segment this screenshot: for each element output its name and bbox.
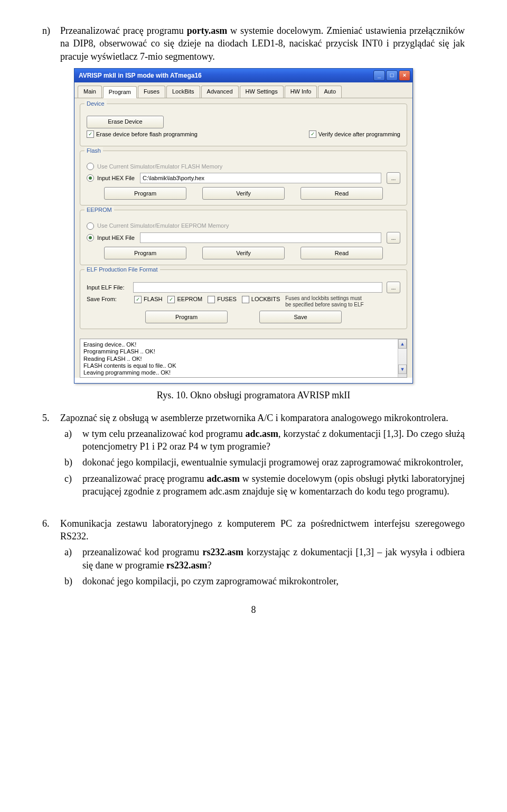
list-item-n: n) Przeanalizować pracę programu porty.a… <box>42 24 465 63</box>
group-device-title: Device <box>84 100 107 108</box>
marker-n: n) <box>42 24 60 63</box>
marker-5a: a) <box>64 427 82 453</box>
tab-hwinfo[interactable]: HW Info <box>285 86 317 98</box>
list-item-6b: b) dokonać jego kompilacji, po czym zapr… <box>64 575 465 587</box>
minimize-button[interactable]: _ <box>373 70 385 81</box>
log-line-2: Programming FLASH .. OK! <box>83 348 403 355</box>
tab-strip: Main Program Fuses LockBits Advanced HW … <box>74 82 412 98</box>
log-output: Erasing device.. OK! Programming FLASH .… <box>80 339 407 378</box>
scroll-down-icon[interactable]: ▼ <box>398 365 407 374</box>
flash-radio-sim: Use Current Simulator/Emulator FLASH Mem… <box>87 163 400 171</box>
elf-chk-flash[interactable]: ✓FLASH <box>134 295 162 303</box>
elf-program-button[interactable]: Program <box>145 311 228 323</box>
tab-auto[interactable]: Auto <box>318 86 342 98</box>
tab-main[interactable]: Main <box>78 86 102 98</box>
group-elf-title: ELF Production File Format <box>84 266 160 274</box>
log-line-3: Reading FLASH .. OK! <box>83 356 403 362</box>
elf-chk-fuses[interactable]: FUSES <box>208 295 237 303</box>
log-scrollbar[interactable]: ▲ ▼ <box>398 339 407 377</box>
group-eeprom-title: EEPROM <box>84 206 114 214</box>
elf-save-button[interactable]: Save <box>259 311 342 323</box>
tab-advanced[interactable]: Advanced <box>201 86 239 98</box>
window-titlebar: AVRISP mkII in ISP mode with ATmega16 _ … <box>74 69 412 82</box>
text-5a: w tym celu przeanalizować kod programu a… <box>82 427 465 453</box>
tab-fuses[interactable]: Fuses <box>138 86 165 98</box>
eeprom-verify-button[interactable]: Verify <box>202 247 285 259</box>
screenshot-figure: AVRISP mkII in ISP mode with ATmega16 _ … <box>74 68 465 384</box>
scroll-up-icon[interactable]: ▲ <box>398 339 407 349</box>
eeprom-read-button[interactable]: Read <box>301 247 383 259</box>
eeprom-radio-hex[interactable]: Input HEX File <box>87 234 135 242</box>
chk-verify-after-label: Verify device after programming <box>318 130 400 138</box>
elf-chk-lockbits[interactable]: LOCKBITS <box>242 295 280 303</box>
elf-input-path[interactable] <box>133 282 382 293</box>
text-6b: dokonać jego kompilacji, po czym zaprogr… <box>82 575 465 587</box>
list-item-5c: c) przeanalizować pracę programu adc.asm… <box>64 472 465 498</box>
chk-erase-before[interactable]: ✓Erase device before flash programming <box>87 130 198 138</box>
list-item-6a: a) przeanalizować kod programu rs232.asm… <box>64 546 465 572</box>
list-item-5a: a) w tym celu przeanalizować kod program… <box>64 427 465 453</box>
elf-input-label: Input ELF File: <box>87 284 129 292</box>
figure-caption: Rys. 10. Okno obsługi programatora AVRIS… <box>42 389 465 402</box>
eeprom-hex-path[interactable] <box>140 232 381 243</box>
flash-browse-button[interactable]: ... <box>387 172 400 184</box>
group-flash: Flash Use Current Simulator/Emulator FLA… <box>80 151 407 206</box>
marker-6: 6. <box>42 517 60 543</box>
elf-savefrom-label: Save From: <box>87 295 129 303</box>
eeprom-radio-sim: Use Current Simulator/Emulator EEPROM Me… <box>87 222 400 230</box>
group-flash-title: Flash <box>84 147 103 155</box>
text-5b: dokonać jego kompilacji, ewentualnie sym… <box>82 456 465 469</box>
text-5c: przeanalizować pracę programu adc.asm w … <box>82 472 465 498</box>
tab-lockbits[interactable]: LockBits <box>166 86 200 98</box>
flash-program-button[interactable]: Program <box>104 187 186 200</box>
elf-chk-eeprom[interactable]: ✓EEPROM <box>167 295 202 303</box>
flash-verify-button[interactable]: Verify <box>202 187 285 200</box>
tab-program[interactable]: Program <box>103 86 137 98</box>
page-number: 8 <box>42 603 465 616</box>
eeprom-browse-button[interactable]: ... <box>387 232 400 244</box>
eeprom-program-button[interactable]: Program <box>104 247 186 259</box>
window-title: AVRISP mkII in ISP mode with ATmega16 <box>79 71 373 80</box>
elf-hint: Fuses and lockbits settings must be spec… <box>285 295 364 307</box>
log-line-4: FLASH contents is equal to file.. OK <box>83 362 403 369</box>
list-item-5: 5. Zapoznać się z obsługą w asemblerze p… <box>42 412 465 424</box>
group-device: Device Erase Device ✓Erase device before… <box>80 104 407 146</box>
elf-browse-button[interactable]: ... <box>387 282 400 293</box>
marker-5: 5. <box>42 412 60 424</box>
marker-5c: c) <box>64 472 82 498</box>
text-n: Przeanalizować pracę programu porty.asm … <box>60 24 465 63</box>
flash-radio-hex[interactable]: Input HEX File <box>87 174 135 182</box>
list-item-6: 6. Komunikacja zestawu laboratoryjnego z… <box>42 517 465 543</box>
list-item-5b: b) dokonać jego kompilacji, ewentualnie … <box>64 456 465 469</box>
flash-hex-path[interactable]: C:\labmik\lab3\porty.hex <box>140 173 381 183</box>
marker-6b: b) <box>64 575 82 587</box>
flash-read-button[interactable]: Read <box>301 187 383 200</box>
group-elf: ELF Production File Format Input ELF Fil… <box>80 269 407 329</box>
group-eeprom: EEPROM Use Current Simulator/Emulator EE… <box>80 210 407 265</box>
log-line-1: Erasing device.. OK! <box>83 341 403 348</box>
tab-hwsettings[interactable]: HW Settings <box>240 86 284 98</box>
avrisp-window: AVRISP mkII in ISP mode with ATmega16 _ … <box>74 68 413 384</box>
close-button[interactable]: × <box>399 70 410 81</box>
text-5: Zapoznać się z obsługą w asemblerze prze… <box>60 412 465 424</box>
text-6: Komunikacja zestawu laboratoryjnego z ko… <box>60 517 465 543</box>
marker-5b: b) <box>64 456 82 469</box>
maximize-button[interactable]: □ <box>386 70 398 81</box>
erase-device-button[interactable]: Erase Device <box>87 116 164 128</box>
chk-verify-after[interactable]: ✓Verify device after programming <box>309 130 400 138</box>
marker-6a: a) <box>64 546 82 572</box>
chk-erase-before-label: Erase device before flash programming <box>96 130 198 138</box>
log-line-5: Leaving programming mode.. OK! <box>83 369 403 376</box>
text-6a: przeanalizować kod programu rs232.asm ko… <box>82 546 465 572</box>
